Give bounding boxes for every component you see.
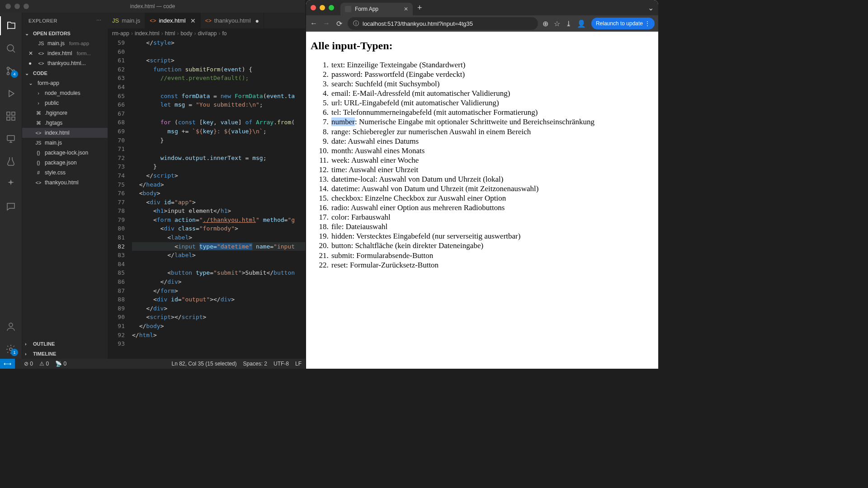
relaunch-button[interactable]: Relaunch to update ⋮ bbox=[591, 18, 655, 29]
open-editor-item[interactable]: JSmain.jsform-app bbox=[22, 38, 108, 48]
status-ports[interactable]: 📡 0 bbox=[55, 361, 66, 367]
file-package-lock.json[interactable]: {}package-lock.json bbox=[22, 148, 108, 158]
list-item: datetime-local: Auswahl von Datum und Uh… bbox=[330, 174, 654, 184]
new-tab-button[interactable]: + bbox=[417, 3, 422, 13]
list-item: time: Auswahl einer Uhrzeit bbox=[330, 165, 654, 174]
list-item: reset: Formular-Zurücksetz-Button bbox=[330, 260, 654, 270]
extensions-icon[interactable] bbox=[0, 107, 22, 126]
forward-icon[interactable]: → bbox=[322, 19, 330, 28]
address-bar[interactable]: ⓘ localhost:5173/thankyou.html?input=4tg… bbox=[348, 17, 538, 30]
page-content: Alle input-Typen: text: Einzeilige Texte… bbox=[306, 32, 658, 369]
status-encoding[interactable]: UTF-8 bbox=[274, 361, 289, 367]
browser-tab[interactable]: Form App ✕ bbox=[340, 3, 413, 15]
more-icon[interactable]: ⋯ bbox=[96, 18, 102, 23]
tab-close-icon[interactable]: ✕ bbox=[404, 6, 408, 12]
list-item: button: Schaltfläche (kein direkter Date… bbox=[330, 241, 654, 250]
svg-point-2 bbox=[7, 73, 9, 75]
file-package.json[interactable]: {}package.json bbox=[22, 158, 108, 168]
crumb[interactable]: body bbox=[180, 30, 192, 37]
explorer-title: EXPLORER bbox=[28, 18, 57, 23]
file-style.css[interactable]: #style.css bbox=[22, 168, 108, 178]
status-cursor[interactable]: Ln 82, Col 35 (15 selected) bbox=[172, 361, 237, 367]
file-node_modules[interactable]: ›node_modules bbox=[22, 88, 108, 98]
file-public[interactable]: ›public bbox=[22, 98, 108, 108]
input-types-list: text: Einzeilige Texteingabe (Standardwe… bbox=[311, 60, 654, 270]
crumb[interactable]: rm-app bbox=[112, 30, 129, 37]
list-item: submit: Formularabsende-Button bbox=[330, 251, 654, 260]
browser-window: Form App ✕ + ⌄ ← → ⟳ ⓘ localhost:5173/th… bbox=[306, 0, 658, 369]
code-section-header[interactable]: ⌄CODE bbox=[22, 68, 108, 78]
browser-traffic-lights[interactable] bbox=[311, 5, 334, 10]
open-editors-list: JSmain.jsform-app✕<>index.htmlform...●<>… bbox=[22, 38, 108, 68]
activity-bar: 4 1 bbox=[0, 13, 22, 359]
tab-index.html[interactable]: <>index.html✕ bbox=[145, 13, 200, 28]
folder-form-app[interactable]: ⌄form-app bbox=[22, 78, 108, 88]
crumb[interactable]: html bbox=[165, 30, 175, 37]
favicon-icon bbox=[345, 6, 351, 12]
file-.hgtags[interactable]: ⌘.hgtags bbox=[22, 118, 108, 128]
profile-icon[interactable]: 👤 bbox=[577, 19, 586, 28]
chat-icon[interactable] bbox=[0, 197, 22, 216]
svg-rect-7 bbox=[12, 117, 15, 120]
code-area[interactable]: 5960616263646566676869707172737475767778… bbox=[108, 38, 305, 359]
timeline-header[interactable]: ›TIMELINE bbox=[22, 349, 108, 359]
remote-icon[interactable] bbox=[0, 129, 22, 148]
zoom-icon[interactable]: ⊕ bbox=[542, 19, 548, 28]
list-item: tel: Telefonnummerneingabefeld (mit auto… bbox=[330, 108, 654, 117]
crumb[interactable]: index.html bbox=[135, 30, 160, 37]
outline-header[interactable]: ›OUTLINE bbox=[22, 339, 108, 349]
file-index.html[interactable]: <>index.html bbox=[22, 128, 108, 138]
editor-group: JSmain.js<>index.html✕<>thankyou.html● r… bbox=[108, 13, 305, 359]
code-content[interactable]: </style> <script> function submitForm(ev… bbox=[132, 38, 305, 359]
file-.hgignore[interactable]: ⌘.hgignore bbox=[22, 108, 108, 118]
list-item: file: Dateiauswahl bbox=[330, 222, 654, 231]
open-editor-item[interactable]: ●<>thankyou.html... bbox=[22, 58, 108, 68]
status-bar[interactable]: ⟷ ⊘ 0 ⚠ 0 📡 0 Ln 82, Col 35 (15 selected… bbox=[0, 359, 305, 369]
tab-main.js[interactable]: JSmain.js bbox=[108, 13, 145, 28]
list-item: date: Auswahl eines Datums bbox=[330, 136, 654, 146]
run-debug-icon[interactable] bbox=[0, 84, 22, 103]
install-icon[interactable]: ⤓ bbox=[566, 19, 571, 28]
tab-thankyou.html[interactable]: <>thankyou.html● bbox=[201, 13, 264, 28]
status-warnings[interactable]: ⚠ 0 bbox=[39, 361, 49, 367]
sparkle-icon[interactable] bbox=[0, 174, 22, 193]
list-item: number: Numerische Eingabe mit optionale… bbox=[330, 117, 654, 127]
browser-tab-title: Form App bbox=[355, 6, 378, 12]
svg-point-0 bbox=[7, 45, 14, 51]
window-title: index.html — code bbox=[130, 3, 175, 9]
breadcrumbs[interactable]: rm-app›index.html›html›body›div#app›fo bbox=[108, 28, 305, 38]
list-item: range: Schieberegler zur numerischen Aus… bbox=[330, 127, 654, 136]
remote-indicator[interactable]: ⟷ bbox=[0, 359, 15, 369]
crumb[interactable]: div#app bbox=[198, 30, 217, 37]
page-title: Alle input-Typen: bbox=[311, 40, 654, 52]
file-tree: ›node_modules›public⌘.hgignore⌘.hgtags<>… bbox=[22, 88, 108, 188]
settings-icon[interactable]: 1 bbox=[0, 340, 22, 359]
account-icon[interactable] bbox=[0, 317, 22, 336]
testing-icon[interactable] bbox=[0, 152, 22, 171]
line-gutter: 5960616263646566676869707172737475767778… bbox=[108, 38, 132, 359]
scm-icon[interactable]: 4 bbox=[0, 61, 22, 80]
explorer-header: EXPLORER ⋯ bbox=[22, 13, 108, 28]
status-errors[interactable]: ⊘ 0 bbox=[24, 361, 33, 367]
file-thankyou.html[interactable]: <>thankyou.html bbox=[22, 178, 108, 188]
list-item: password: Passwortfeld (Eingabe verdeckt… bbox=[330, 70, 654, 79]
open-editors-header[interactable]: ⌄OPEN EDITORS bbox=[22, 28, 108, 38]
bookmark-icon[interactable]: ☆ bbox=[554, 19, 560, 28]
explorer-icon[interactable] bbox=[0, 16, 22, 35]
crumb[interactable]: fo bbox=[222, 30, 226, 37]
file-main.js[interactable]: JSmain.js bbox=[22, 138, 108, 148]
svg-point-1 bbox=[7, 67, 9, 70]
traffic-lights[interactable] bbox=[5, 4, 29, 9]
status-spaces[interactable]: Spaces: 2 bbox=[243, 361, 267, 367]
editor-tabs: JSmain.js<>index.html✕<>thankyou.html● bbox=[108, 13, 305, 28]
open-editor-item[interactable]: ✕<>index.htmlform... bbox=[22, 48, 108, 58]
reload-icon[interactable]: ⟳ bbox=[335, 19, 343, 28]
search-icon[interactable] bbox=[0, 39, 22, 58]
settings-badge: 1 bbox=[11, 349, 18, 356]
back-icon[interactable]: ← bbox=[310, 19, 318, 28]
site-info-icon[interactable]: ⓘ bbox=[353, 19, 359, 28]
chevron-down-icon[interactable]: ⌄ bbox=[648, 4, 654, 12]
list-item: search: Suchfeld (mit Suchsymbol) bbox=[330, 79, 654, 89]
explorer-sidebar: EXPLORER ⋯ ⌄OPEN EDITORS JSmain.jsform-a… bbox=[22, 13, 108, 359]
status-eol[interactable]: LF bbox=[295, 361, 302, 367]
